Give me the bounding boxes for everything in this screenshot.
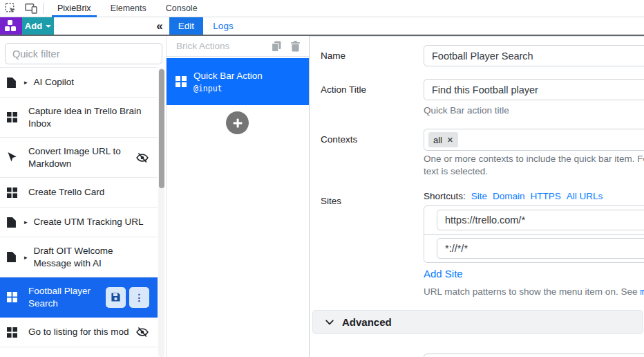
- brick-quick-bar-action[interactable]: Quick Bar Action @input: [167, 58, 309, 105]
- collapse-sidebar-button[interactable]: «: [151, 17, 169, 35]
- sidebar-scrollbar-thumb[interactable]: [159, 69, 164, 188]
- name-label: Name: [321, 51, 345, 61]
- action-title-input[interactable]: [424, 79, 644, 100]
- sites-list: [424, 205, 644, 263]
- sidebar-item-ai-copilot[interactable]: ▸ AI Copilot: [0, 68, 158, 98]
- file-icon: [7, 77, 22, 88]
- sidebar-scrollbar[interactable]: [158, 68, 164, 357]
- save-button[interactable]: [106, 287, 126, 308]
- action-title-label: Action Title: [321, 84, 366, 95]
- extension-toolbar: Add « Edit Logs: [0, 17, 644, 36]
- brick-output-key: @input: [193, 84, 263, 93]
- cursor-icon: [7, 152, 22, 163]
- contexts-select[interactable]: all ✕: [424, 129, 644, 151]
- grid-icon: [7, 112, 22, 122]
- sites-help: URL match patterns to show the menu item…: [424, 286, 644, 297]
- add-button[interactable]: Add: [22, 17, 54, 35]
- site-pattern-row: [424, 206, 644, 234]
- brick-title: Quick Bar Action: [193, 71, 263, 81]
- grid-icon: [7, 187, 22, 198]
- advanced-field-input[interactable]: [424, 354, 644, 357]
- mod-actions: ⋮: [106, 287, 149, 308]
- devtools-tab-bar: PixieBrix Elements Console: [0, 0, 644, 17]
- plus-icon: [232, 118, 243, 129]
- quick-filter-input[interactable]: [5, 43, 162, 64]
- site-pattern-input-1[interactable]: [437, 210, 644, 230]
- advanced-label: Advanced: [342, 316, 392, 328]
- caret-down-icon: [46, 25, 51, 28]
- shortcut-site-link[interactable]: Site: [471, 191, 487, 201]
- expand-caret-icon: ▸: [24, 219, 28, 226]
- contexts-help-line2: text is selected.: [424, 166, 644, 176]
- action-title-help: Quick Bar action title: [424, 105, 644, 116]
- sidebar-item-capture-idea[interactable]: Capture idea in Trello Brain Inbox: [0, 98, 158, 138]
- shortcut-https-link[interactable]: HTTPS: [531, 191, 561, 201]
- sidebar-item-draft-oit-message[interactable]: ▸ Draft OIT Welcome Message with AI: [0, 237, 158, 277]
- copy-icon[interactable]: [271, 41, 282, 52]
- site-pattern-row: [424, 234, 644, 262]
- kebab-menu-icon: ⋮: [135, 293, 144, 302]
- match-patterns-link[interactable]: mat: [640, 287, 644, 297]
- remove-tag-icon[interactable]: ✕: [447, 136, 453, 144]
- devtools-tab-console[interactable]: Console: [156, 0, 207, 17]
- shortcut-all-urls-link[interactable]: All URLs: [567, 191, 603, 201]
- sidebar-item-create-trello-card[interactable]: Create Trello Card: [0, 178, 158, 208]
- expand-caret-icon: ▸: [24, 79, 28, 86]
- pixiebrix-bricks-icon: [5, 20, 17, 32]
- file-icon: [7, 252, 22, 262]
- grid-icon: [7, 327, 22, 338]
- mod-menu-button[interactable]: ⋮: [129, 287, 149, 308]
- add-site-link[interactable]: Add Site: [424, 268, 463, 280]
- sites-label: Sites: [321, 196, 341, 206]
- device-toolbar-icon[interactable]: [21, 0, 41, 17]
- expand-caret-icon: ▸: [24, 254, 28, 261]
- mods-sidebar: ▸ AI Copilot Capture idea in Trello Brai…: [0, 36, 166, 357]
- advanced-section-toggle[interactable]: Advanced: [312, 310, 643, 334]
- site-shortcuts: Shortcuts:SiteDomainHTTPSAll URLs: [424, 191, 603, 201]
- grid-icon: [176, 76, 187, 87]
- pixiebrix-logo: [0, 17, 22, 35]
- file-icon: [7, 217, 22, 228]
- contexts-help-line1: One or more contexts to include the quic…: [424, 154, 644, 164]
- pixiebrix-devtools-screen: PixieBrix Elements Console Add « Edit Lo…: [0, 0, 644, 357]
- eye-slash-icon: [136, 152, 149, 164]
- eye-slash-icon: [136, 326, 149, 338]
- devtools-tab-elements[interactable]: Elements: [101, 0, 156, 17]
- tab-logs[interactable]: Logs: [203, 17, 243, 35]
- trash-icon[interactable]: [290, 41, 301, 52]
- grid-icon: [7, 292, 22, 302]
- name-input[interactable]: [424, 45, 644, 66]
- sidebar-item-convert-image-url[interactable]: Convert Image URL to Markdown: [0, 138, 158, 178]
- sidebar-item-create-utm-url[interactable]: ▸ Create UTM Tracking URL: [0, 208, 158, 237]
- devtools-tab-pixiebrix[interactable]: PixieBrix: [48, 0, 101, 17]
- sidebar-item-football-player-search[interactable]: Football Player Search ⋮: [0, 277, 158, 318]
- brick-actions-header: Brick Actions: [167, 36, 309, 57]
- brick-actions-title: Brick Actions: [176, 41, 263, 51]
- chevron-down-icon: [325, 318, 334, 327]
- inspect-element-icon[interactable]: [0, 0, 21, 17]
- sidebar-item-hide-card-archive[interactable]: Hide Card Archive Alert in: [0, 347, 158, 357]
- tab-edit[interactable]: Edit: [169, 17, 203, 35]
- mod-list: ▸ AI Copilot Capture idea in Trello Brai…: [0, 67, 158, 357]
- context-tag-all: all ✕: [428, 132, 458, 147]
- collapse-chevrons-icon: «: [156, 19, 162, 33]
- toolbar-divider: [43, 3, 44, 14]
- brick-actions-panel: Brick Actions Quick Bar Action @input: [166, 36, 309, 357]
- contexts-label: Contexts: [321, 134, 357, 145]
- sidebar-item-go-to-listing[interactable]: Go to listing for this mod: [0, 318, 158, 347]
- brick-config-panel: Name Action Title Quick Bar action title…: [309, 36, 644, 357]
- shortcut-domain-link[interactable]: Domain: [493, 191, 525, 201]
- add-brick-button[interactable]: [226, 111, 249, 134]
- site-pattern-input-2[interactable]: [437, 238, 644, 259]
